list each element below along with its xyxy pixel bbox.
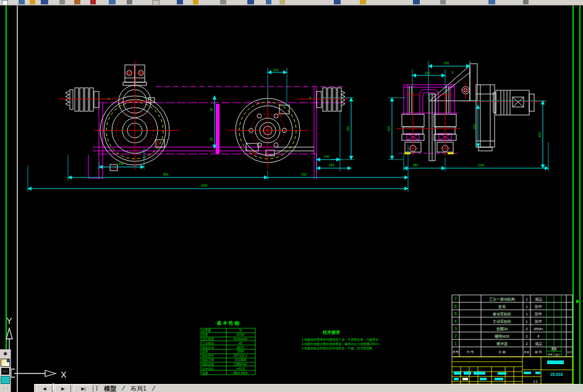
bom-cell-qty: 1 xyxy=(526,297,528,301)
bom-cell-name: 垫圈20 xyxy=(496,327,508,331)
tech-row-label: 起重量 xyxy=(202,328,211,333)
dim-label: 250 xyxy=(444,61,449,65)
palette-linetype-icon[interactable]: --- xyxy=(1,368,9,375)
front-view xyxy=(28,61,408,192)
bom-cell-no: 1 xyxy=(454,341,457,346)
tab-separator: \ xyxy=(95,385,99,392)
ucs-x-label: X xyxy=(61,370,67,380)
side-geometry xyxy=(402,64,534,161)
toolbar-icon[interactable] xyxy=(59,0,65,4)
tab-separator: / xyxy=(121,385,126,392)
bom-cell-qty: 2 xyxy=(526,334,528,338)
dim-label: 435 xyxy=(387,126,391,132)
dim-label: 150 xyxy=(425,71,430,75)
toolbar-icon[interactable] xyxy=(74,0,80,4)
tech-row-value: 2000 xyxy=(237,350,244,353)
tech-row-label: 运行速度 xyxy=(202,337,214,341)
toolbar-icon[interactable] xyxy=(279,0,285,4)
bom-header-total: 总计 xyxy=(555,353,560,356)
bom-cell-material: 部件 xyxy=(534,319,542,324)
bom-cell-name: 缓冲器 xyxy=(496,342,508,346)
toolbar-strip[interactable] xyxy=(0,0,583,6)
bom-cell-no: 5 xyxy=(454,312,457,316)
bom-header-material: 材 料 xyxy=(534,350,542,354)
bom-header-weight: 重量 xyxy=(551,347,558,351)
notes-title: 技术要求 xyxy=(322,330,341,335)
drawing-scale: 1:1 xyxy=(534,380,538,383)
tech-row-value: A5 xyxy=(239,342,242,345)
toolbar-icon[interactable] xyxy=(41,0,48,4)
bom-cell-no: 4 xyxy=(454,319,457,323)
dim-label: 1840 xyxy=(200,184,207,187)
dim-label: 6 xyxy=(452,70,454,74)
dim-label: 140 xyxy=(119,162,124,166)
tech-row-value: 1380r/min xyxy=(234,363,247,366)
ucs-y-label: Y xyxy=(6,316,12,326)
toolbar-icon[interactable] xyxy=(152,0,160,6)
toolbar-icon[interactable] xyxy=(523,0,529,4)
tech-row-label: 电机功率 xyxy=(202,358,214,362)
note-line: 2.装配时各配合面应涂润滑油，轴承内注入润滑脂2/3mm； xyxy=(302,342,381,346)
tech-row-value: i=19.5 xyxy=(236,367,245,370)
toolbar-icon[interactable] xyxy=(488,0,495,4)
toolbar-icon[interactable] xyxy=(360,0,366,4)
toolbar-icon[interactable] xyxy=(413,0,420,4)
bom-cell-material: 8 xyxy=(537,334,540,338)
toolbar-icon[interactable] xyxy=(193,0,198,4)
toolbar-icon[interactable] xyxy=(30,0,35,4)
toolbar-icon[interactable] xyxy=(247,0,254,4)
dim-label: 140 xyxy=(324,155,330,158)
dim-label: 95 xyxy=(210,137,213,141)
title-block: JX.016 1:1 xyxy=(452,357,572,384)
toolbar-icon[interactable] xyxy=(109,0,116,4)
tab-nav-next-button[interactable]: ▶ xyxy=(55,385,71,392)
palette-layer-icon[interactable] xyxy=(1,376,10,384)
tech-row-label: 跨度 xyxy=(202,333,208,337)
tech-row-label: 轮距 xyxy=(202,349,208,354)
bom-cell-material: 部件 xyxy=(534,304,542,309)
tech-row-value: Ø270 xyxy=(237,346,244,349)
side-view xyxy=(388,61,548,171)
dim-label: 495 xyxy=(538,132,542,138)
technical-notes: 技术要求 1.装配前所有零件均需清洗干净，不得有杂质、污物存在；2.装配时各配合… xyxy=(302,330,381,351)
tech-table-title: 基 本 性 能 xyxy=(216,320,240,326)
tab-model[interactable]: 模型 xyxy=(100,385,120,392)
tech-row-value: 44.6m/min xyxy=(234,338,248,341)
toolbar-icon[interactable] xyxy=(440,0,446,4)
bom-table: 7三合一驱动机构1成品6支座1部件5被动车轮组1部件4主动车轮组1部件3垫圈20… xyxy=(452,295,572,357)
tab-layout1[interactable]: 布局1 xyxy=(127,385,150,392)
toolbar-icon[interactable] xyxy=(334,0,341,4)
toolbar-icon[interactable] xyxy=(266,0,271,4)
bom-header-qty: 数量 xyxy=(524,351,529,354)
toolbar-icon[interactable] xyxy=(177,0,183,4)
tech-row-value: ZDY121-4 xyxy=(234,354,247,357)
tab-nav-last-button[interactable]: ▶| xyxy=(74,385,93,392)
dim-label: 40 xyxy=(210,108,213,111)
palette-gradient-icon[interactable] xyxy=(1,359,10,367)
toolbar-icon[interactable] xyxy=(19,0,25,4)
text-caret xyxy=(53,383,54,390)
side-centerlines xyxy=(396,82,547,156)
model-space-canvas[interactable]: 1204095335140140184990650184066250150435… xyxy=(0,0,583,392)
palette-modify-icon[interactable]: ✱ xyxy=(1,351,9,357)
bom-header-unit: 单件 xyxy=(548,353,553,356)
drawing-number: JX.016 xyxy=(550,372,563,377)
dim-label: 380 xyxy=(413,163,419,167)
toolbar-icon[interactable] xyxy=(220,0,226,4)
bom-header-no: 序号 xyxy=(453,350,459,354)
tool-palette[interactable]: ✱ --- ⋮⋮ xyxy=(0,349,11,392)
bom-cell-qty: 2 xyxy=(526,342,528,346)
bom-cell-name: 螺母M20 xyxy=(495,334,509,339)
bom-header-code: 代 号 xyxy=(467,350,474,354)
toolbar-icon[interactable] xyxy=(127,0,132,4)
toolbar-icon[interactable] xyxy=(90,0,96,4)
bom-cell-name: 被动车轮组 xyxy=(493,312,511,317)
bom-cell-name: 主动车轮组 xyxy=(493,319,511,324)
dim-label: 1140 xyxy=(478,163,485,167)
toolbar-icon[interactable] xyxy=(2,0,8,6)
dim-label: 650 xyxy=(302,173,307,176)
tab-nav-first-button[interactable]: ◀ xyxy=(36,385,53,392)
dim-label: 990 xyxy=(163,173,169,176)
tech-row-label: 工作级别 xyxy=(202,341,214,346)
palette-grip-icon[interactable]: ⋮⋮ xyxy=(1,385,9,392)
